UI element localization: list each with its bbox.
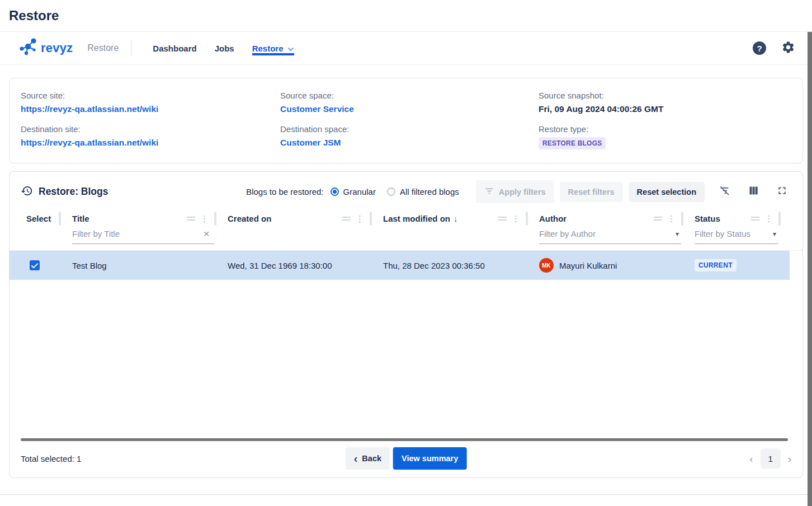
drag-handle-icon[interactable] (342, 217, 351, 221)
nav-tab-dashboard[interactable]: Dashboard (153, 41, 196, 55)
restore-summary-card: Source site: https://revyz-qa.atlassian.… (9, 78, 803, 163)
column-header-select: Select (21, 209, 63, 228)
gear-icon (781, 40, 795, 57)
author-filter-select[interactable] (539, 229, 673, 238)
nav-tab-jobs[interactable]: Jobs (215, 41, 234, 55)
fullscreen-button[interactable] (776, 185, 788, 199)
back-button[interactable]: ‹ Back (346, 447, 390, 470)
destination-site-field: Destination site: https://revyz-qa.atlas… (21, 124, 280, 149)
reset-selection-button[interactable]: Reset selection (629, 182, 705, 202)
row-checkbox[interactable] (30, 260, 40, 270)
panel-footer: Total selected: 1 ‹ Back View summary ‹ … (10, 441, 802, 477)
page-number[interactable]: 1 (761, 448, 781, 468)
vertical-scrollbar[interactable] (808, 32, 812, 506)
drag-handle-icon[interactable] (187, 217, 195, 221)
destination-site-value: https://revyz-qa.atlassian.net/wiki (21, 137, 280, 148)
title-filter-input[interactable] (72, 229, 199, 238)
source-snapshot-field: Source snapshot: Fri, 09 Aug 2024 04:00:… (539, 91, 791, 115)
reset-filters-button[interactable]: Reset filters (560, 182, 623, 202)
prev-page-button[interactable]: ‹ (749, 453, 753, 464)
revyz-logo[interactable]: revyz (17, 36, 73, 60)
navbar: revyz Restore Dashboard Jobs Restore ? (0, 31, 812, 65)
drag-handle-icon[interactable] (498, 217, 507, 221)
panel-title: Restore: Blogs (39, 186, 108, 198)
drag-handle-icon[interactable] (654, 217, 662, 221)
title-filter-field: ✕ (72, 229, 214, 244)
restore-mode-label: Blogs to be restored: (246, 187, 323, 196)
source-site-field: Source site: https://revyz-qa.atlassian.… (21, 91, 280, 115)
radio-all-filtered-blogs-label[interactable]: All filtered blogs (400, 187, 459, 196)
bottom-divider (0, 494, 812, 495)
source-space-value: Customer Service (280, 104, 539, 115)
status-badge: CURRENT (695, 259, 737, 271)
cell-last-modified-on: Thu, 28 Dec 2023 00:36:50 (374, 261, 530, 270)
filter-off-icon (718, 184, 731, 199)
cell-author: MK Mayuri Kulkarni (530, 258, 686, 273)
status-filter-select[interactable] (695, 229, 771, 238)
table-row[interactable]: Test Blog Wed, 31 Dec 1969 18:30:00 Thu,… (10, 251, 790, 280)
panel-header: Restore: Blogs Blogs to be restored: Gra… (10, 172, 802, 209)
destination-space-value: Customer JSM (280, 137, 539, 148)
settings-button[interactable] (781, 40, 795, 57)
radio-all-filtered-blogs[interactable] (387, 188, 395, 196)
source-site-label: Source site: (21, 91, 280, 100)
molecule-logo-icon (17, 36, 39, 60)
kebab-menu-icon[interactable]: ⋮ (356, 214, 364, 223)
nav-context-label: Restore (87, 43, 119, 53)
column-header-status[interactable]: Status ⋮ (686, 209, 783, 228)
source-space-field: Source space: Customer Service (280, 91, 539, 115)
column-header-title[interactable]: Title ⋮ (63, 209, 219, 228)
radio-granular-label[interactable]: Granular (343, 187, 376, 196)
page-title: Restore (0, 0, 812, 31)
column-header-created-on[interactable]: Created on ⋮ (219, 209, 374, 228)
apply-filters-button[interactable]: Apply filters (476, 180, 554, 203)
drag-handle-icon[interactable] (751, 217, 759, 221)
avatar: MK (539, 258, 554, 273)
kebab-menu-icon[interactable]: ⋮ (764, 214, 773, 223)
restore-mode-group: Blogs to be restored: Granular All filte… (246, 187, 470, 196)
caret-down-icon[interactable]: ▾ (771, 230, 778, 238)
restore-type-badge: RESTORE BLOGS (539, 137, 606, 149)
nav-tab-restore[interactable]: Restore (252, 41, 294, 55)
caret-down-icon[interactable]: ▾ (673, 230, 681, 238)
clear-filters-button[interactable] (718, 184, 731, 199)
chevron-left-icon: ‹ (354, 453, 358, 464)
source-snapshot-label: Source snapshot: (539, 91, 791, 100)
nav-divider (131, 40, 131, 57)
restore-blogs-panel: Restore: Blogs Blogs to be restored: Gra… (9, 171, 803, 478)
view-summary-button[interactable]: View summary (393, 447, 466, 470)
restore-type-label: Restore type: (539, 124, 791, 134)
kebab-menu-icon[interactable]: ⋮ (200, 214, 209, 223)
cell-status: CURRENT (686, 259, 783, 271)
chevron-down-icon (287, 44, 294, 53)
author-filter-field: ▾ (539, 229, 681, 244)
filter-icon (484, 186, 494, 198)
author-name: Mayuri Kulkarni (559, 261, 617, 270)
destination-site-label: Destination site: (21, 124, 280, 134)
help-button[interactable]: ? (753, 41, 766, 55)
radio-granular[interactable] (331, 188, 339, 196)
next-page-button[interactable]: › (788, 453, 791, 464)
restore-type-field: Restore type: RESTORE BLOGS (539, 124, 791, 149)
column-header-last-modified-on[interactable]: Last modified on ↓ ⋮ (374, 209, 530, 228)
kebab-menu-icon[interactable]: ⋮ (667, 214, 676, 223)
brand-wordmark: revyz (41, 41, 73, 55)
column-header-author[interactable]: Author ⋮ (530, 209, 686, 228)
check-icon (31, 261, 38, 270)
source-site-value: https://revyz-qa.atlassian.net/wiki (21, 104, 280, 115)
pagination: ‹ 1 › (749, 448, 791, 468)
destination-space-label: Destination space: (280, 124, 539, 134)
manage-columns-button[interactable] (748, 185, 759, 199)
cell-created-on: Wed, 31 Dec 1969 18:30:00 (219, 261, 374, 270)
kebab-menu-icon[interactable]: ⋮ (512, 214, 520, 223)
history-icon (21, 185, 33, 199)
destination-space-field: Destination space: Customer JSM (280, 124, 539, 149)
clear-icon[interactable]: ✕ (199, 229, 214, 238)
status-filter-field: ▾ (695, 229, 778, 244)
sort-desc-icon: ↓ (454, 214, 458, 223)
source-snapshot-value: Fri, 09 Aug 2024 04:00:26 GMT (539, 104, 791, 115)
cell-title: Test Blog (63, 261, 219, 270)
question-mark-icon: ? (757, 44, 762, 53)
columns-icon (748, 185, 759, 199)
total-selected: Total selected: 1 (21, 454, 81, 463)
